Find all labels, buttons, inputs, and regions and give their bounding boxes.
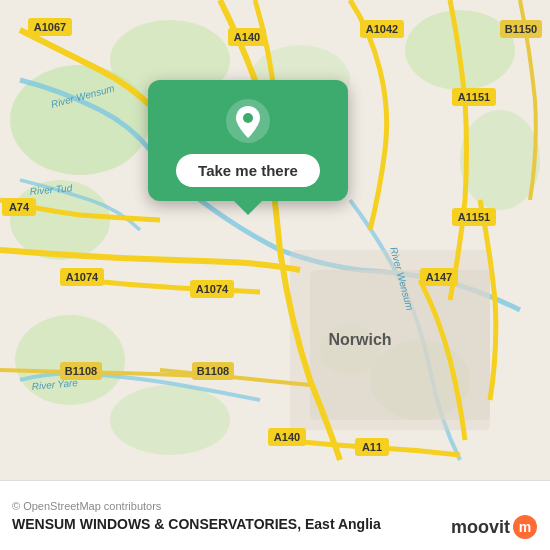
svg-text:A11: A11 [362, 441, 382, 453]
svg-point-6 [460, 110, 540, 210]
svg-text:A1074: A1074 [196, 283, 229, 295]
map-svg: A1067 A140 A140 A1042 B1150 A1151 A1151 … [0, 0, 550, 480]
svg-text:A140: A140 [274, 431, 300, 443]
location-pin-icon [225, 98, 271, 144]
moovit-logo: moovit m [451, 514, 538, 540]
svg-text:A1067: A1067 [34, 21, 66, 33]
svg-text:A1074: A1074 [66, 271, 99, 283]
svg-text:A147: A147 [426, 271, 452, 283]
moovit-icon: m [512, 514, 538, 540]
map-container: A1067 A140 A140 A1042 B1150 A1151 A1151 … [0, 0, 550, 480]
svg-text:A74: A74 [9, 201, 30, 213]
moovit-text: moovit [451, 517, 510, 538]
attribution: © OpenStreetMap contributors [12, 500, 538, 512]
svg-point-9 [110, 385, 230, 455]
svg-text:B1108: B1108 [197, 365, 229, 377]
svg-text:B1108: B1108 [65, 365, 97, 377]
svg-text:A140: A140 [234, 31, 260, 43]
svg-text:A1151: A1151 [458, 211, 490, 223]
bottom-bar: © OpenStreetMap contributors WENSUM WIND… [0, 480, 550, 550]
tooltip-card: Take me there [148, 80, 348, 201]
svg-text:m: m [519, 519, 531, 535]
take-me-there-button[interactable]: Take me there [176, 154, 320, 187]
svg-text:A1151: A1151 [458, 91, 490, 103]
svg-text:A1042: A1042 [366, 23, 398, 35]
svg-text:Norwich: Norwich [328, 331, 391, 348]
svg-text:B1150: B1150 [505, 23, 537, 35]
svg-point-49 [243, 113, 253, 123]
